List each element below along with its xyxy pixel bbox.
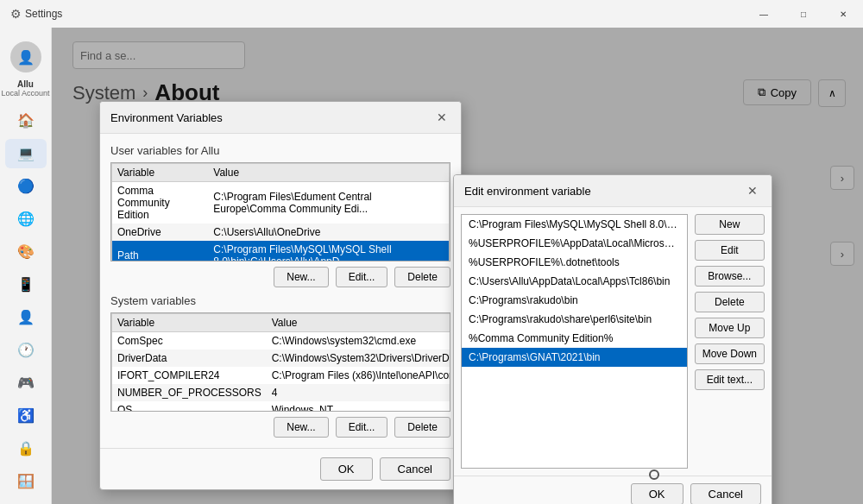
sidebar-item-home[interactable]: 🏠 xyxy=(5,106,47,135)
user-vars-table: Variable Value Comma Community EditionC:… xyxy=(111,163,450,261)
edit-env-edit-text-button[interactable]: Edit text... xyxy=(695,369,765,390)
user-vars-table-container[interactable]: Variable Value Comma Community EditionC:… xyxy=(110,162,450,261)
titlebar-title: Settings xyxy=(25,8,62,20)
edit-env-edit-button[interactable]: Edit xyxy=(695,240,765,261)
list-item[interactable]: C:\Programs\rakudo\share\perl6\site\bin xyxy=(462,310,687,329)
system-new-button[interactable]: New... xyxy=(274,417,328,438)
maximize-button[interactable]: □ xyxy=(784,0,823,28)
window-controls: — □ ✕ xyxy=(744,0,863,28)
edit-env-title: Edit environment variable xyxy=(464,185,591,198)
system-table-header-value: Value xyxy=(267,314,450,332)
content-area: System › About ⧉ Copy ∧ › › 💬 Get help 💬… xyxy=(52,28,863,504)
edit-env-titlebar: Edit environment variable ✕ xyxy=(454,175,772,207)
user-vars-title: User variables for Allu xyxy=(110,144,450,157)
titlebar: ⚙ Settings — □ ✕ xyxy=(0,0,863,28)
user-edit-button[interactable]: Edit... xyxy=(336,267,388,287)
user-type: Local Account xyxy=(0,89,51,98)
sidebar-item-network[interactable]: 🌐 xyxy=(5,205,47,234)
system-vars-title: System variables xyxy=(110,294,450,307)
env-vars-ok-button[interactable]: OK xyxy=(320,457,373,481)
edit-env-cancel-button[interactable]: Cancel xyxy=(690,483,761,504)
env-vars-cancel-button[interactable]: Cancel xyxy=(380,457,450,481)
sidebar-item-apps[interactable]: 📱 xyxy=(5,270,47,299)
close-button[interactable]: ✕ xyxy=(823,0,863,28)
edit-env-delete-button[interactable]: Delete xyxy=(695,292,765,312)
sidebar-item-accounts[interactable]: 👤 xyxy=(5,303,47,332)
edit-env-move-up-button[interactable]: Move Up xyxy=(695,318,765,338)
edit-env-dialog: Edit environment variable ✕ C:\Program F… xyxy=(453,174,772,504)
list-item[interactable]: %Comma Community Edition% xyxy=(462,329,687,348)
main-layout: 👤 Allu Local Account 🏠 💻 🔵 🌐 🎨 📱 👤 🕐 🎮 ♿… xyxy=(0,28,863,504)
list-item[interactable]: %USERPROFILE%\.dotnet\tools xyxy=(462,253,687,272)
edit-env-body: C:\Program Files\MySQL\MySQL Shell 8.0\b… xyxy=(454,207,772,476)
edit-env-list[interactable]: C:\Program Files\MySQL\MySQL Shell 8.0\b… xyxy=(461,214,688,469)
sidebar-item-time[interactable]: 🕐 xyxy=(5,335,47,364)
user-table-header-value: Value xyxy=(208,164,449,182)
list-item[interactable]: C:\Programs\rakudo\bin xyxy=(462,291,687,310)
table-row[interactable]: NUMBER_OF_PROCESSORS4 xyxy=(112,384,451,401)
env-vars-title: Environment Variables xyxy=(110,111,223,124)
user-name: Allu xyxy=(0,79,51,89)
list-item[interactable]: %USERPROFILE%\AppData\Local\Microsoft\Wi… xyxy=(462,234,687,253)
user-vars-buttons: New... Edit... Delete xyxy=(110,267,450,287)
minimize-button[interactable]: — xyxy=(744,0,784,28)
system-edit-button[interactable]: Edit... xyxy=(336,417,388,438)
env-vars-titlebar: Environment Variables ✕ xyxy=(100,102,461,134)
system-vars-table-container[interactable]: Variable Value ComSpecC:\Windows\system3… xyxy=(110,312,450,412)
edit-env-ok-button[interactable]: OK xyxy=(631,483,683,504)
edit-env-footer: OK Cancel xyxy=(454,476,772,504)
table-row[interactable]: OneDriveC:\Users\Allu\OneDrive xyxy=(112,224,450,241)
system-vars-table: Variable Value ComSpecC:\Windows\system3… xyxy=(111,313,450,412)
system-vars-buttons: New... Edit... Delete xyxy=(110,417,450,438)
sidebar-item-system[interactable]: 💻 xyxy=(5,139,47,168)
edit-env-action-buttons: New Edit Browse... Delete Move Up Move D… xyxy=(688,207,772,476)
sidebar: 👤 Allu Local Account 🏠 💻 🔵 🌐 🎨 📱 👤 🕐 🎮 ♿… xyxy=(0,28,52,504)
list-item[interactable]: C:\Programs\GNAT\2021\bin xyxy=(462,348,687,367)
table-row[interactable]: ComSpecC:\Windows\system32\cmd.exe xyxy=(112,332,451,350)
user-delete-button[interactable]: Delete xyxy=(394,267,450,287)
table-row[interactable]: OSWindows_NT xyxy=(112,401,451,412)
sidebar-item-gaming[interactable]: 🎮 xyxy=(5,368,47,397)
table-row[interactable]: IFORT_COMPILER24C:\Program Files (x86)\I… xyxy=(112,367,451,384)
system-delete-button[interactable]: Delete xyxy=(394,417,450,438)
sidebar-item-privacy[interactable]: 🔒 xyxy=(5,433,47,463)
edit-env-new-button[interactable]: New xyxy=(695,214,765,235)
edit-env-move-down-button[interactable]: Move Down xyxy=(695,343,765,364)
edit-env-browse-button[interactable]: Browse... xyxy=(695,266,765,287)
sidebar-item-bluetooth[interactable]: 🔵 xyxy=(5,172,47,201)
table-row[interactable]: Comma Community EditionC:\Program Files\… xyxy=(112,182,450,224)
edit-env-close-button[interactable]: ✕ xyxy=(744,182,761,199)
user-new-button[interactable]: New... xyxy=(274,267,328,287)
env-vars-body: User variables for Allu Variable Value C… xyxy=(100,134,461,448)
table-row[interactable]: DriverDataC:\Windows\System32\Drivers\Dr… xyxy=(112,350,451,367)
list-item[interactable]: C:\Program Files\MySQL\MySQL Shell 8.0\b… xyxy=(462,215,687,234)
sidebar-item-personalization[interactable]: 🎨 xyxy=(5,237,47,267)
settings-icon: ⚙ xyxy=(10,7,22,21)
table-row[interactable]: PathC:\Program Files\MySQL\MySQL Shell 8… xyxy=(112,241,450,261)
system-table-header-variable: Variable xyxy=(112,314,267,332)
env-vars-dialog: Environment Variables ✕ User variables f… xyxy=(99,101,462,490)
sidebar-item-accessibility[interactable]: ♿ xyxy=(5,400,47,430)
env-vars-close-button[interactable]: ✕ xyxy=(433,109,450,126)
sidebar-item-windows-update[interactable]: 🪟 xyxy=(5,466,47,495)
env-vars-footer: OK Cancel xyxy=(100,448,461,489)
list-item[interactable]: C:\Users\Allu\AppData\Local\Apps\Tcl86\b… xyxy=(462,272,687,291)
user-table-header-variable: Variable xyxy=(112,164,209,182)
avatar: 👤 xyxy=(10,41,41,72)
